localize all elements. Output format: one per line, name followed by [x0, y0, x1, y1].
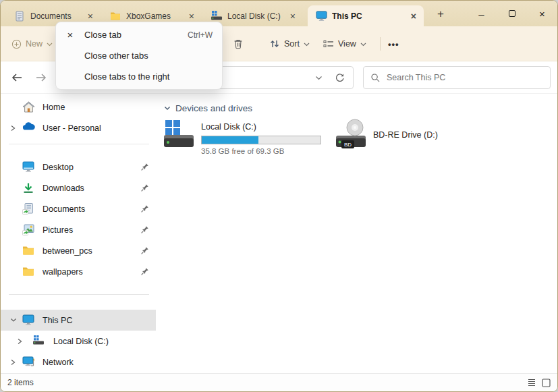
sort-button-label: Sort — [284, 39, 300, 49]
sidebar-item-label: Downloads — [43, 184, 84, 193]
sidebar-item-label: Documents — [43, 204, 85, 214]
view-button[interactable]: View — [323, 26, 366, 61]
tab-this-pc[interactable]: This PC × — [308, 5, 424, 26]
see-more-button[interactable]: ••• — [388, 26, 399, 61]
sidebar-item-this-pc[interactable]: This PC — [1, 310, 156, 331]
monitor-icon — [316, 11, 327, 22]
maximize-icon — [509, 10, 515, 17]
toolbar-divider — [380, 37, 381, 51]
pin-icon — [140, 204, 149, 213]
sidebar-item-desktop[interactable]: Desktop — [1, 157, 156, 177]
sidebar-item-label: Pictures — [43, 225, 73, 235]
file-explorer-window: Documents × XboxGames × Local Disk (C:) … — [0, 0, 558, 392]
pin-icon — [140, 163, 149, 171]
pictures-icon — [22, 224, 36, 236]
item-count-label: 2 items — [7, 378, 34, 387]
status-bar: 2 items — [1, 373, 557, 391]
trash-icon — [233, 38, 244, 49]
sort-button[interactable]: Sort — [269, 26, 310, 61]
drive-name: BD-RE Drive (D:) — [373, 130, 438, 140]
new-tab-button[interactable]: + — [433, 7, 448, 21]
sidebar-item-local-disk-c[interactable]: Local Disk (C:) — [1, 331, 156, 352]
sidebar-item-documents[interactable]: Documents — [1, 198, 156, 219]
sidebar-divider — [9, 144, 149, 144]
system-drive-icon — [164, 119, 195, 148]
search-icon — [370, 73, 381, 83]
back-button[interactable] — [10, 71, 24, 84]
chevron-right-icon[interactable] — [10, 125, 22, 132]
tab-label: This PC — [332, 11, 403, 21]
sidebar-item-pictures[interactable]: Pictures — [1, 219, 156, 240]
tab-label: Documents — [30, 11, 80, 21]
sidebar-item-label: between_pcs — [43, 246, 92, 256]
tab-close-icon[interactable]: × — [86, 11, 95, 22]
sidebar-item-user-personal[interactable]: User - Personal — [1, 117, 156, 138]
pin-icon — [140, 267, 149, 276]
window-controls: – × — [466, 1, 557, 26]
chevron-down-icon — [47, 41, 53, 47]
refresh-icon[interactable] — [335, 73, 345, 83]
new-button[interactable]: New — [11, 26, 53, 61]
menu-item-close-tab[interactable]: × Close tab Ctrl+W — [56, 24, 222, 45]
chevron-right-icon[interactable] — [17, 338, 29, 345]
chevron-right-icon[interactable] — [10, 359, 22, 366]
home-icon — [22, 101, 36, 113]
menu-item-close-tabs-to-the-right[interactable]: Close tabs to the right — [56, 66, 222, 87]
drive-usage-fill — [202, 136, 258, 144]
drive-usage-bar — [201, 136, 321, 144]
menu-item-close-other-tabs[interactable]: Close other tabs — [56, 45, 222, 66]
tab-label: Local Disk (C:) — [227, 11, 283, 21]
sidebar-item-between-pcs[interactable]: between_pcs — [1, 240, 156, 261]
maximize-button[interactable] — [497, 1, 527, 26]
drive-icon — [33, 335, 47, 347]
desktop-icon — [22, 161, 36, 173]
drive-bd-re-d[interactable]: BD BD-RE Drive (D:) — [336, 119, 508, 155]
search-box[interactable] — [363, 66, 551, 89]
sort-arrows-icon — [269, 39, 280, 49]
chevron-down-icon — [304, 41, 310, 47]
tab-context-menu: × Close tab Ctrl+W Close other tabs Clos… — [55, 22, 223, 90]
onedrive-icon — [22, 122, 36, 134]
close-button[interactable]: × — [527, 1, 557, 26]
chevron-down-icon[interactable] — [164, 105, 171, 111]
details-view-icon[interactable] — [528, 379, 536, 387]
sidebar-item-wallpapers[interactable]: wallpapers — [1, 261, 156, 282]
sidebar-item-label: Network — [43, 358, 74, 367]
forward-button[interactable] — [34, 71, 48, 84]
chevron-down-icon[interactable] — [10, 317, 22, 323]
tab-close-icon[interactable]: × — [187, 11, 196, 22]
drive-local-disk-c[interactable]: Local Disk (C:) 35.8 GB free of 69.3 GB — [164, 119, 336, 155]
monitor-icon — [22, 314, 36, 327]
sidebar-item-label: Home — [43, 103, 65, 112]
delete-button[interactable] — [233, 26, 244, 61]
minimize-button[interactable]: – — [466, 1, 497, 26]
tab-close-icon[interactable]: × — [409, 11, 418, 22]
file-area: Devices and drives Local Disk (C:) 35.8 … — [156, 94, 557, 373]
documents-icon — [22, 203, 36, 215]
explorer-body: Home User - Personal Desktop — [1, 94, 557, 373]
sidebar-item-network[interactable]: Network — [1, 352, 156, 372]
drive-list: Local Disk (C:) 35.8 GB free of 69.3 GB … — [164, 119, 557, 155]
search-input[interactable] — [387, 73, 543, 82]
view-list-icon — [323, 40, 334, 48]
drive-free-space: 35.8 GB free of 69.3 GB — [201, 147, 321, 155]
downloads-icon — [22, 182, 36, 194]
new-button-label: New — [26, 39, 43, 49]
group-header-devices-and-drives[interactable]: Devices and drives — [164, 103, 557, 113]
address-dropdown-icon[interactable] — [315, 74, 323, 82]
tab-label: XboxGames — [126, 11, 182, 21]
network-icon — [22, 356, 36, 368]
navigation-pane: Home User - Personal Desktop — [1, 94, 156, 373]
sidebar-item-home[interactable]: Home — [1, 96, 156, 117]
sidebar-item-downloads[interactable]: Downloads — [1, 177, 156, 198]
sidebar-item-label: This PC — [43, 316, 72, 325]
folder-icon — [22, 245, 36, 257]
document-icon — [14, 11, 25, 22]
chevron-down-icon — [360, 41, 366, 47]
close-icon: × — [56, 29, 84, 40]
sidebar-item-label: Desktop — [43, 163, 74, 172]
folder-icon — [22, 266, 36, 278]
tab-close-icon[interactable]: × — [288, 11, 298, 22]
large-icons-view-icon[interactable] — [542, 379, 551, 387]
drive-icon — [211, 11, 222, 22]
